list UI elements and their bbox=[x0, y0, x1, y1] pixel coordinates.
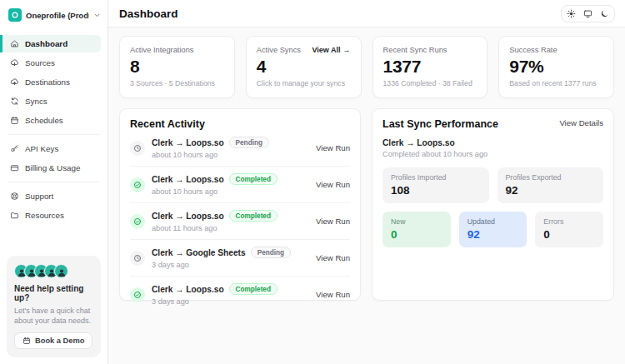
sidebar-item-billing[interactable]: Billing & Usage bbox=[0, 159, 101, 177]
sidebar-item-label: Dashboard bbox=[25, 39, 68, 48]
activity-row: Clerk → Google Sheets Pending 3 days ago… bbox=[130, 240, 350, 277]
counter-label: Updated bbox=[468, 217, 519, 226]
clock-icon bbox=[130, 141, 145, 156]
sidebar-item-support[interactable]: Support bbox=[0, 187, 101, 205]
recent-activity-panel: Recent Activity Clerk → Loops.so Pending… bbox=[119, 108, 361, 301]
view-run-link[interactable]: View Run bbox=[316, 253, 350, 262]
book-demo-label: Book a Demo bbox=[35, 337, 84, 345]
stat-sub: Based on recent 1377 runs bbox=[509, 79, 603, 87]
check-circle-icon bbox=[130, 287, 145, 302]
activity-row: Clerk → Loops.so Completed about 11 hour… bbox=[130, 203, 350, 240]
key-icon bbox=[10, 144, 19, 153]
stat-value: 1377 bbox=[383, 57, 478, 77]
activity-row: Clerk → Loops.so Pending about 10 hours … bbox=[130, 130, 350, 167]
team-avatars bbox=[14, 264, 93, 278]
activity-time: 3 days ago bbox=[152, 297, 309, 306]
sidebar-item-label: Resources bbox=[25, 211, 64, 220]
sidebar-item-api-keys[interactable]: API Keys bbox=[0, 140, 101, 157]
help-card: Need help setting up? Let's have a quick… bbox=[7, 256, 101, 357]
view-run-link[interactable]: View Run bbox=[316, 143, 350, 152]
counter-label: New bbox=[391, 217, 442, 226]
sidebar-item-dashboard[interactable]: Dashboard bbox=[0, 35, 101, 52]
counter-value: 0 bbox=[391, 228, 442, 241]
metric-value: 108 bbox=[391, 184, 481, 197]
folder-icon bbox=[10, 211, 19, 220]
workspace-name: Oneprofile (Producti... bbox=[26, 11, 89, 20]
activity-time: about 10 hours ago bbox=[152, 187, 309, 196]
help-body: Let's have a quick chat about your data … bbox=[14, 306, 93, 326]
activity-time: about 10 hours ago bbox=[152, 151, 309, 159]
view-run-link[interactable]: View Run bbox=[316, 217, 350, 226]
moon-icon bbox=[600, 9, 609, 18]
stat-label: Active Syncs bbox=[257, 46, 301, 54]
stat-card-recent-sync-runs: Recent Sync Runs 1377 1336 Completed · 3… bbox=[372, 36, 488, 98]
sidebar-item-label: Support bbox=[25, 192, 53, 201]
topbar: Dashboard bbox=[108, 0, 625, 27]
view-run-link[interactable]: View Run bbox=[316, 180, 350, 189]
sidebar-item-destinations[interactable]: Destinations bbox=[0, 73, 101, 91]
status-badge: Pending bbox=[251, 247, 291, 258]
book-demo-button[interactable]: Book a Demo bbox=[14, 332, 92, 349]
main-area: Dashboard Active Integrations 8 3 Source… bbox=[108, 0, 625, 364]
cloud-upload-icon bbox=[10, 77, 19, 87]
sidebar-item-sources[interactable]: Sources bbox=[0, 54, 101, 72]
last-sync-panel: Last Sync Performance View Details Clerk… bbox=[372, 108, 614, 301]
status-badge: Completed bbox=[229, 283, 278, 295]
arrow-right-icon: → bbox=[343, 46, 351, 54]
sidebar-item-resources[interactable]: Resources bbox=[0, 207, 101, 224]
activity-row: Clerk → Loops.so Completed 3 days ago Vi… bbox=[130, 277, 350, 312]
calendar-icon bbox=[22, 337, 31, 345]
sync-pair-label: Clerk → Loops.so bbox=[152, 212, 224, 221]
check-circle-icon bbox=[130, 177, 145, 192]
activity-row: Clerk → Loops.so Completed about 10 hour… bbox=[130, 167, 350, 203]
sidebar-item-label: Destinations bbox=[25, 77, 70, 87]
home-icon bbox=[10, 39, 19, 48]
refresh-icon bbox=[10, 97, 19, 106]
stat-sub: 1336 Completed · 38 Failed bbox=[383, 79, 478, 87]
workspace-switcher[interactable]: Oneprofile (Producti... bbox=[0, 0, 108, 31]
counter-new: New 0 bbox=[382, 212, 451, 247]
theme-toggle bbox=[561, 5, 615, 22]
view-run-link[interactable]: View Run bbox=[316, 290, 350, 299]
sidebar: Oneprofile (Producti... Dashboard Source… bbox=[0, 0, 108, 364]
clock-icon bbox=[130, 251, 145, 266]
view-details-link[interactable]: View Details bbox=[559, 118, 603, 127]
metric-profiles-imported: Profiles Imported 108 bbox=[382, 167, 489, 203]
stat-label: Success Rate bbox=[509, 46, 557, 54]
panels-row: Recent Activity Clerk → Loops.so Pending… bbox=[119, 108, 614, 301]
activity-time: 3 days ago bbox=[152, 261, 309, 269]
system-theme-button[interactable] bbox=[581, 7, 595, 20]
status-badge: Pending bbox=[229, 137, 269, 148]
activity-time: about 11 hours ago bbox=[152, 224, 309, 232]
last-sync-subtitle: Completed about 10 hours ago bbox=[382, 150, 603, 158]
sync-pair-label: Clerk → Google Sheets bbox=[152, 248, 246, 257]
stat-value: 97% bbox=[509, 57, 603, 77]
nav-divider bbox=[8, 134, 99, 135]
last-sync-title: Last Sync Performance bbox=[382, 118, 498, 130]
stat-value: 8 bbox=[130, 57, 224, 77]
page-title: Dashboard bbox=[119, 7, 178, 20]
credit-card-icon bbox=[10, 163, 19, 172]
sidebar-item-label: Billing & Usage bbox=[25, 163, 80, 172]
sidebar-item-label: Syncs bbox=[25, 97, 48, 106]
counter-updated: Updated 92 bbox=[459, 212, 528, 247]
recent-activity-title: Recent Activity bbox=[130, 118, 350, 130]
stat-label: Active Integrations bbox=[130, 46, 193, 54]
sync-pair-label: Clerk → Loops.so bbox=[152, 138, 224, 147]
sidebar-item-schedules[interactable]: Schedules bbox=[0, 112, 101, 129]
view-all-link[interactable]: View All→ bbox=[312, 46, 350, 54]
light-theme-button[interactable] bbox=[564, 7, 578, 20]
metric-value: 92 bbox=[506, 184, 596, 197]
sidebar-item-label: API Keys bbox=[25, 144, 58, 153]
sun-icon bbox=[567, 9, 576, 18]
counter-value: 0 bbox=[543, 228, 595, 241]
calendar-icon bbox=[10, 116, 19, 125]
stat-label: Recent Sync Runs bbox=[383, 46, 448, 54]
metric-label: Profiles Exported bbox=[506, 173, 596, 182]
sidebar-item-syncs[interactable]: Syncs bbox=[0, 92, 101, 110]
stat-card-active-syncs[interactable]: Active Syncs View All→ 4 Click to manage… bbox=[246, 36, 362, 98]
dark-theme-button[interactable] bbox=[598, 7, 612, 20]
stats-row: Active Integrations 8 3 Sources · 5 Dest… bbox=[119, 36, 614, 98]
dashboard-content: Active Integrations 8 3 Sources · 5 Dest… bbox=[108, 27, 625, 312]
metrics-row: Profiles Imported 108 Profiles Exported … bbox=[382, 167, 603, 203]
